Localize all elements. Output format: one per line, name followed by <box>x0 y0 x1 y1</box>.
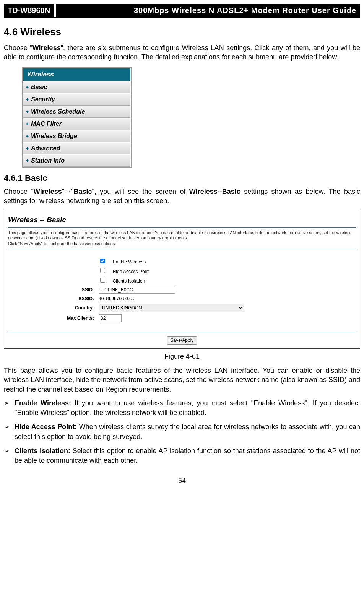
ssid-label: SSID: <box>8 287 99 293</box>
row-country: Country: UNITED KINGDOM <box>8 304 356 312</box>
country-label: Country: <box>8 305 99 311</box>
model-badge: TD-W8960N <box>4 4 54 17</box>
menu-item-wireless-bridge: Wireless Bridge <box>23 130 130 142</box>
bullet-list: ➢ Enable Wireless: If you want to use wi… <box>4 398 360 465</box>
menu-item-mac-filter: MAC Filter <box>23 118 130 130</box>
wireless-basic-panel: Wireless -- Basic This page allows you t… <box>4 211 360 349</box>
divider <box>8 227 356 228</box>
row-max-clients: Max Clients: <box>8 314 356 322</box>
figure-caption: Figure 4-61 <box>4 353 360 361</box>
panel-description: This page allows you to configure basic … <box>8 230 356 246</box>
subsection-heading: 4.6.1 Basic <box>4 173 360 183</box>
divider <box>8 249 356 249</box>
bssid-value: 40:16:9f:70:b0:cc <box>99 296 134 301</box>
doc-title: 300Mbps Wireless N ADSL2+ Modem Router U… <box>56 4 360 17</box>
max-clients-label: Max Clients: <box>8 315 99 321</box>
menu-item-security: Security <box>23 93 130 106</box>
enable-wireless-label: Enable Wireless <box>113 259 146 265</box>
country-select[interactable]: UNITED KINGDOM <box>99 304 244 312</box>
hide-access-point-label: Hide Access Point <box>113 269 150 274</box>
panel-title: Wireless -- Basic <box>8 216 356 224</box>
wireless-menu-figure: Wireless Basic Security Wireless Schedul… <box>22 67 132 168</box>
hide-access-point-checkbox[interactable] <box>100 268 105 273</box>
section-heading: 4.6 Wireless <box>4 26 360 38</box>
save-apply-button[interactable]: Save/Apply <box>167 336 197 345</box>
menu-item-basic: Basic <box>23 81 130 93</box>
divider <box>8 332 356 332</box>
menu-item-advanced: Advanced <box>23 142 130 154</box>
menu-head: Wireless <box>23 68 130 81</box>
clients-isolation-checkbox[interactable] <box>100 278 105 283</box>
bullet-marker-icon: ➢ <box>4 422 15 441</box>
after-panel-paragraph: This page allows you to configure basic … <box>4 366 360 394</box>
form-area: Enable Wireless Hide Access Point Client… <box>8 251 356 345</box>
ssid-input[interactable] <box>99 286 175 294</box>
bullet-marker-icon: ➢ <box>4 398 15 418</box>
bullet-enable-wireless: ➢ Enable Wireless: If you want to use wi… <box>4 398 360 418</box>
menu-item-station-info: Station Info <box>23 154 130 167</box>
bullet-hide-access-point: ➢ Hide Access Point: When wireless clien… <box>4 422 360 441</box>
row-clients-isolation: Clients Isolation <box>8 276 356 284</box>
menu-item-wireless-schedule: Wireless Schedule <box>23 106 130 118</box>
row-ssid: SSID: <box>8 286 356 294</box>
section-intro: Choose "Wireless", there are six submenu… <box>4 43 360 62</box>
max-clients-input[interactable] <box>99 314 122 322</box>
enable-wireless-checkbox[interactable] <box>100 259 105 263</box>
document-header: TD-W8960N 300Mbps Wireless N ADSL2+ Mode… <box>4 4 360 18</box>
row-hide-access-point: Hide Access Point <box>8 267 356 274</box>
row-bssid: BSSID: 40:16:9f:70:b0:cc <box>8 296 356 301</box>
row-enable-wireless: Enable Wireless <box>8 257 356 265</box>
bullet-clients-isolation: ➢ Clients Isolation: Select this option … <box>4 446 360 465</box>
page-number: 54 <box>4 477 360 485</box>
bullet-marker-icon: ➢ <box>4 446 15 465</box>
subsection-intro: Choose "Wireless"→"Basic", you will see … <box>4 187 360 206</box>
clients-isolation-label: Clients Isolation <box>113 278 145 284</box>
bssid-label: BSSID: <box>8 296 99 301</box>
